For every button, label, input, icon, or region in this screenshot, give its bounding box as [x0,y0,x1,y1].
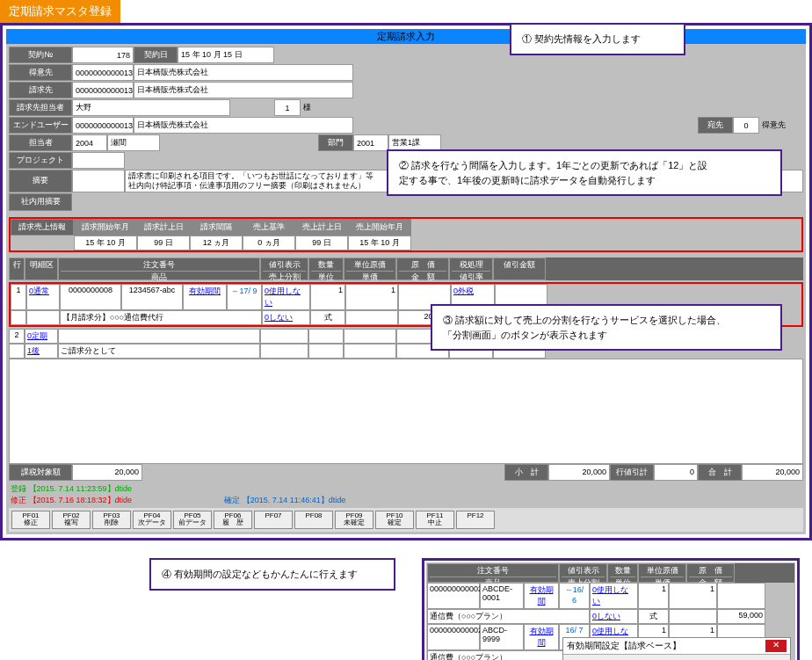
val-tanto-nm[interactable]: 大野 [72,99,230,116]
bt-nm-1[interactable]: 通信費（○○○プラン） [427,609,590,624]
th-zei: 税処理 [452,259,490,272]
val-enduser-cd[interactable]: 0000000000013 [72,117,134,134]
window-title: 定期請求入力 [6,29,806,44]
td-tanni2-1[interactable]: 式 [310,310,345,325]
page-title: 定期請求マスタ登録 [0,0,120,23]
fkey-06[interactable]: PF06履 歴 [214,511,252,530]
lbl-gyonebiki: 行値引計 [610,464,654,481]
th-nebiki-r: 値引率 [452,272,490,283]
val-uriage-start[interactable]: 15 年 10 月 [348,236,411,250]
val-tekiyo-cd[interactable] [72,170,125,192]
val-atesaki[interactable]: 0 [733,117,759,134]
th-uriage-bunkatsu: 売上分割 [263,272,306,283]
close-icon[interactable]: ✕ [765,640,787,652]
val-project[interactable] [72,152,125,169]
lbl-uriage-start: 売上開始年月 [348,219,411,236]
log-kakutei-lbl: 確定 [224,496,240,504]
fkey-09[interactable]: PF09未確定 [335,511,373,530]
bt-tanni-1[interactable]: 式 [638,609,669,624]
bt-nm-0[interactable]: ABCDE-0001 [480,583,524,609]
callout-4: ④ 有効期間の設定などもかんたんに行えます [149,558,395,591]
val-tanto-no[interactable]: 1 [274,99,301,116]
lbl-sikyu-start: 請求開始年月 [74,219,137,236]
bt-use-1[interactable]: 0しない [590,609,638,624]
bt-yukov-0: ～16/ 6 [559,583,590,609]
lbl-uriage-kijun: 売上基準 [243,219,295,236]
td-suryo-1[interactable]: 1 [310,284,345,310]
th-nebiki-k: 値引金額 [493,257,546,280]
lbl-sikyu-kankaku: 請求間隔 [190,219,243,236]
lbl-kazei: 課税対象額 [9,464,72,481]
fkey-05[interactable]: PF05前データ [173,511,212,530]
td-bunkatsu-use-1[interactable]: 0しない [262,310,310,325]
bt-cd-0[interactable]: 0000000000024 [427,583,480,609]
lbl-keiyaku-no: 契約№ [9,47,72,63]
bt-use-0[interactable]: 0使用しない [590,583,638,609]
lbl-naibu-tekiyo: 社内用摘要 [9,193,72,211]
th-gyo: 行 [9,257,25,280]
lbl-project: プロジェクト [9,152,72,169]
fkey-11[interactable]: PF11中止 [416,511,454,530]
val-tanto-kei: 様 [301,99,327,116]
val-seikyu-nm: 日本橋販売株式会社 [134,82,353,98]
td-use-1[interactable]: 0使用しない [262,284,310,310]
val-keiyaku-no[interactable]: 178 [72,47,134,63]
fkey-07[interactable]: PF07 [254,511,293,530]
bt-kin-1: 59,000 [717,609,765,624]
val-tokui-cd[interactable]: 0000000000013 [72,64,134,81]
th-kin2: 金 額 [399,272,446,283]
lbl-gokei: 合 計 [698,464,742,481]
lbl-tokui: 得意先 [9,64,72,81]
lbl-tekiyo: 摘要 [9,170,72,192]
bt-cd-2[interactable]: 0000000000024 [427,624,480,650]
fkey-02[interactable]: PF02複写 [52,511,91,530]
td-meisai-2b[interactable]: 1後 [25,344,58,359]
th-meisai: 明細区 [25,257,58,280]
bt-tanka-0[interactable]: 1 [669,583,717,609]
td-meisai-2[interactable]: 0定期 [25,329,58,344]
td-desc-2[interactable]: ご請求分として [58,344,260,359]
bt-yuko-2[interactable]: 有効期間 [524,624,559,650]
td-tanka-1[interactable]: 1 [345,284,398,310]
th-tanka: 単位原価 [346,259,394,272]
lbl-bumon: 部門 [318,134,353,151]
fkey-08[interactable]: PF08 [294,511,333,530]
val-tanto-name2: 瀬間 [107,134,160,151]
val-tanto-cd[interactable]: 2004 [72,134,107,151]
val-uriage-keijo[interactable]: 99 日 [295,236,348,250]
val-sikyu-keijo[interactable]: 99 日 [137,236,190,250]
fkey-10[interactable]: PF10確定 [375,511,414,530]
val-keiyaku-date[interactable]: 15 年 10 月 15 日 [178,47,274,63]
lbl-tokui2: 得意先 [759,117,803,134]
val-seikyu-cd[interactable]: 0000000000013 [72,82,134,98]
lbl-sikyu-keijo: 請求計上日 [137,219,190,236]
fkey-01[interactable]: PF01修正 [11,511,50,530]
td-desc-1[interactable]: 【月請求分】○○○通信費代行 [60,310,262,325]
bt-suryo-0[interactable]: 1 [638,583,669,609]
bt-yuko-0[interactable]: 有効期間 [524,583,559,609]
td-yuko-v-1: ～17/ 9 [227,284,262,310]
val-bumon-cd[interactable]: 2001 [353,134,388,151]
th-kingaku: 原 価 [399,259,446,272]
td-shohin-cd-1[interactable]: 0000000008 [60,284,121,310]
dialog-yuko-kikan: 有効期間設定【請求ベース】 ✕ 開始基準日 年 月以降分 終了基準日 年 [562,637,791,660]
td-yuko-link-1[interactable]: 有効期間 [183,284,227,310]
td-chumon-1a[interactable]: 1234567-abc [121,284,183,310]
lbl-shokei: 小 計 [504,464,548,481]
val-uriage-kijun[interactable]: 0 ヵ月 [243,236,295,250]
th-chumon: 注文番号 [61,259,257,272]
bt-nm-2[interactable]: ABCD-9999 [480,624,524,650]
callout-1: ① 契約先情報を入力します [510,23,685,55]
lbl-keiyaku-date: 契約日 [134,47,178,63]
lbl-seikyu-tanto: 請求先担当者 [9,99,72,116]
fkey-12[interactable]: PF12 [456,511,495,530]
td-no-2: 2 [9,329,25,344]
fkey-03[interactable]: PF03削除 [92,511,131,530]
val-kazei: 20,000 [72,464,142,481]
val-sikyu-kankaku[interactable]: 12 ヵ月 [190,236,243,250]
td-meisai-1[interactable]: 0通常 [26,284,60,310]
val-sikyu-start[interactable]: 15 年 10 月 [74,236,137,250]
lbl-seikyu-uriage: 請求売上情報 [11,219,74,236]
fkey-04[interactable]: PF04次データ [133,511,171,530]
callout-3: ③ 請求額に対して売上の分割を行なうサービスを選択した場合、「分割画面」のボタン… [431,304,782,351]
